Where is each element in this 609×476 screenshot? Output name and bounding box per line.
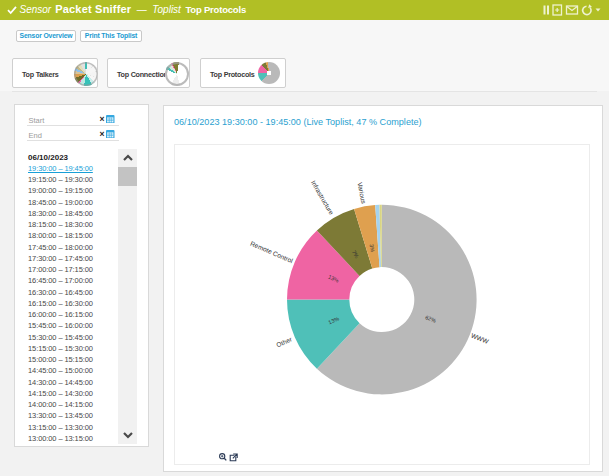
svg-text:Infrastructure: Infrastructure — [310, 179, 335, 216]
range-8[interactable]: 17:30:00 – 17:45:00 — [28, 253, 130, 264]
range-3[interactable]: 18:45:00 – 19:00:00 — [28, 197, 130, 208]
tab-top-connections[interactable]: Top Connections — [107, 58, 190, 88]
prtg-toplist-page: SensorPacket Sniffer—ToplistTop Protocol… — [0, 0, 609, 476]
btn-print-toplist[interactable]: Print This Toplist — [80, 30, 142, 42]
chart-icons[interactable] — [219, 453, 239, 462]
range-21[interactable]: 14:00:00 – 14:15:00 — [28, 399, 130, 410]
range-14[interactable]: 15:45:00 – 16:00:00 — [28, 320, 130, 331]
range-24[interactable]: 13:00:00 – 13:15:00 — [28, 433, 130, 444]
range-6[interactable]: 18:00:00 – 18:15:00 — [28, 230, 130, 241]
range-23[interactable]: 13:15:00 – 13:30:00 — [28, 422, 130, 433]
input-end[interactable]: End× — [27, 128, 119, 141]
range-11[interactable]: 16:30:00 – 16:45:00 — [28, 287, 130, 298]
tab-strip: Top Talkers Top Connections Top Protocol… — [0, 52, 609, 91]
range-19[interactable]: 14:30:00 – 14:45:00 — [28, 377, 130, 388]
range-2[interactable]: 19:00:00 – 19:15:00 — [28, 185, 130, 196]
range-7[interactable]: 17:45:00 – 18:00:00 — [28, 242, 130, 253]
tab-top-talkers[interactable]: Top Talkers — [12, 58, 98, 88]
btn-sensor-overview[interactable]: Sensor Overview — [16, 30, 76, 42]
scrollbar — [118, 149, 137, 444]
tab-top-protocols[interactable]: Top Protocols — [200, 58, 286, 88]
range-10[interactable]: 16:45:00 – 17:00:00 — [28, 275, 130, 286]
range-16[interactable]: 15:15:00 – 15:30:00 — [28, 343, 130, 354]
donut-chart: 62% WWW 13% Other 13% Remote Control 7% … — [163, 105, 603, 472]
range-9[interactable]: 17:00:00 – 17:15:00 — [28, 264, 130, 275]
range-1[interactable]: 19:15:00 – 19:30:00 — [28, 174, 130, 185]
svg-text:Other: Other — [275, 335, 293, 348]
header: SensorPacket Sniffer—ToplistTop Protocol… — [0, 0, 609, 20]
time-list: 06/10/2023 19:30:00 – 19:45:00 19:15:00 … — [28, 152, 130, 445]
list-date: 06/10/2023 — [28, 152, 130, 163]
svg-text:WWW: WWW — [470, 332, 490, 346]
range-20[interactable]: 14:15:00 – 14:30:00 — [28, 388, 130, 399]
header-icons — [539, 4, 601, 16]
main-panel: 06/10/2023 19:30:00 - 19:45:00 (Live Top… — [163, 105, 603, 472]
range-18[interactable]: 14:45:00 – 15:00:00 — [28, 365, 130, 376]
range-13[interactable]: 16:00:00 – 16:15:00 — [28, 309, 130, 320]
svg-text:Various: Various — [357, 182, 368, 205]
input-start[interactable]: Start× — [27, 113, 119, 126]
toolbar: Sensor Overview Print This Toplist — [0, 20, 609, 52]
range-15[interactable]: 15:30:00 – 15:45:00 — [28, 332, 130, 343]
svg-text:Remote Control: Remote Control — [249, 240, 294, 265]
sidebar: Start× End× 06/10/2023 19:30:00 – 19:45:… — [14, 104, 149, 447]
range-17[interactable]: 15:00:00 – 15:15:00 — [28, 354, 130, 365]
range-0[interactable]: 19:30:00 – 19:45:00 — [28, 163, 130, 174]
range-5[interactable]: 18:15:00 – 18:30:00 — [28, 219, 130, 230]
range-4[interactable]: 18:30:00 – 18:45:00 — [28, 208, 130, 219]
range-12[interactable]: 16:15:00 – 16:30:00 — [28, 298, 130, 309]
range-22[interactable]: 13:30:00 – 13:45:00 — [28, 410, 130, 421]
